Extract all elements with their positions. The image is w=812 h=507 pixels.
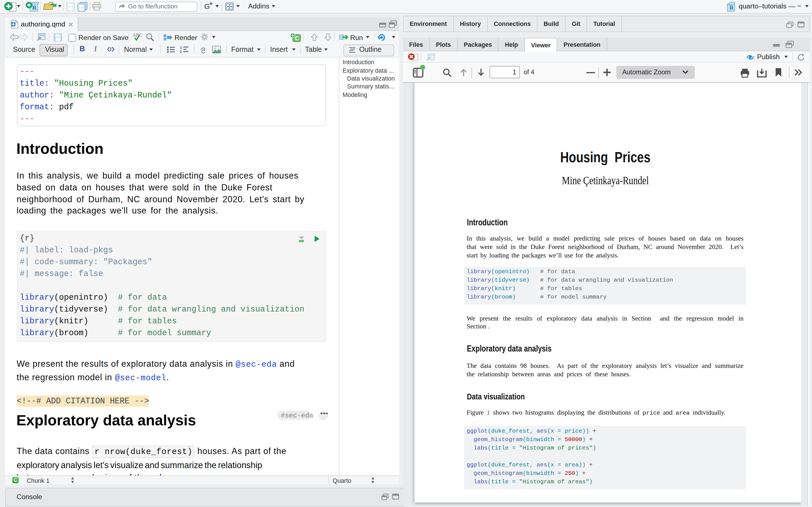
svg-text:2: 2 [180,50,182,53]
svg-text:R: R [32,4,37,11]
svg-text:1: 1 [180,46,182,50]
svg-text:G: G [204,2,210,11]
svg-text:R: R [729,4,734,11]
svg-text:ABC: ABC [133,33,143,38]
svg-text:C: C [295,35,299,41]
